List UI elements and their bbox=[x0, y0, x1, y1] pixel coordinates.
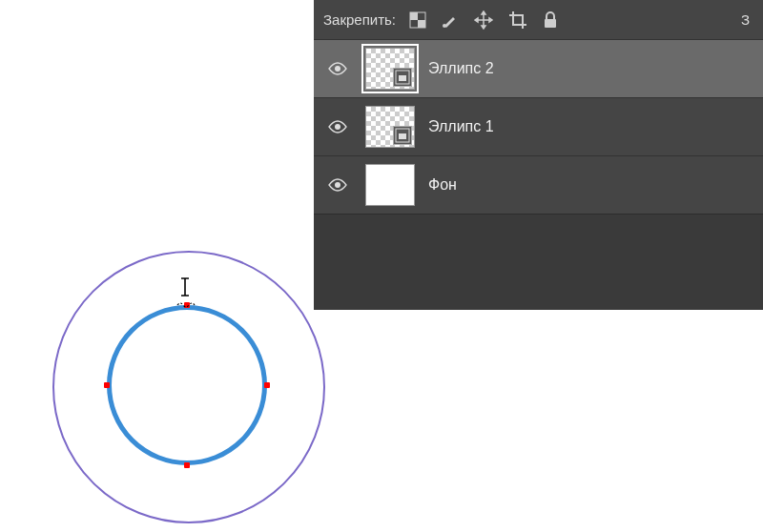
svg-rect-2 bbox=[418, 20, 425, 28]
visibility-toggle[interactable] bbox=[328, 120, 347, 133]
visibility-toggle[interactable] bbox=[328, 62, 347, 75]
inner-ellipse-path[interactable] bbox=[107, 305, 267, 465]
svg-point-11 bbox=[335, 182, 340, 188]
crop-icon[interactable] bbox=[508, 10, 527, 30]
brush-icon[interactable] bbox=[442, 11, 459, 29]
layer-row[interactable]: Эллипс 2 bbox=[314, 39, 763, 97]
svg-rect-4 bbox=[545, 19, 556, 28]
anchor-point-bottom[interactable] bbox=[184, 462, 190, 468]
layer-thumbnail[interactable] bbox=[365, 106, 415, 148]
shape-layer-icon bbox=[393, 126, 412, 145]
type-on-path-cursor[interactable] bbox=[175, 276, 196, 313]
svg-rect-7 bbox=[399, 75, 406, 81]
anchor-point-left[interactable] bbox=[104, 382, 110, 388]
move-icon[interactable] bbox=[474, 10, 493, 30]
layers-empty-area[interactable] bbox=[314, 214, 763, 310]
layer-row[interactable]: Эллипс 1 bbox=[314, 97, 763, 155]
svg-point-5 bbox=[335, 66, 340, 72]
lock-toolbar: Закрепить: З bbox=[314, 0, 763, 39]
svg-rect-1 bbox=[410, 12, 418, 20]
lock-icons-group bbox=[409, 10, 558, 30]
svg-point-3 bbox=[443, 24, 446, 28]
shape-layer-icon bbox=[393, 68, 412, 87]
layer-row[interactable]: Фон bbox=[314, 155, 763, 214]
layer-thumbnail[interactable] bbox=[365, 48, 415, 90]
layers-panel: Закрепить: З bbox=[314, 0, 763, 307]
inner-ellipse-stroke bbox=[107, 305, 267, 465]
layer-name[interactable]: Фон bbox=[428, 176, 457, 194]
visibility-toggle[interactable] bbox=[328, 178, 347, 192]
svg-rect-10 bbox=[399, 133, 406, 139]
layer-name[interactable]: Эллипс 1 bbox=[428, 118, 494, 135]
layer-thumbnail[interactable] bbox=[365, 164, 415, 206]
svg-point-8 bbox=[335, 124, 340, 130]
lock-label: Закрепить: bbox=[323, 11, 396, 28]
layer-name[interactable]: Эллипс 2 bbox=[428, 60, 494, 77]
anchor-point-right[interactable] bbox=[264, 382, 270, 388]
pixels-icon[interactable] bbox=[409, 11, 426, 29]
lock-right-text: З bbox=[741, 11, 753, 28]
lock-icon[interactable] bbox=[543, 11, 558, 29]
